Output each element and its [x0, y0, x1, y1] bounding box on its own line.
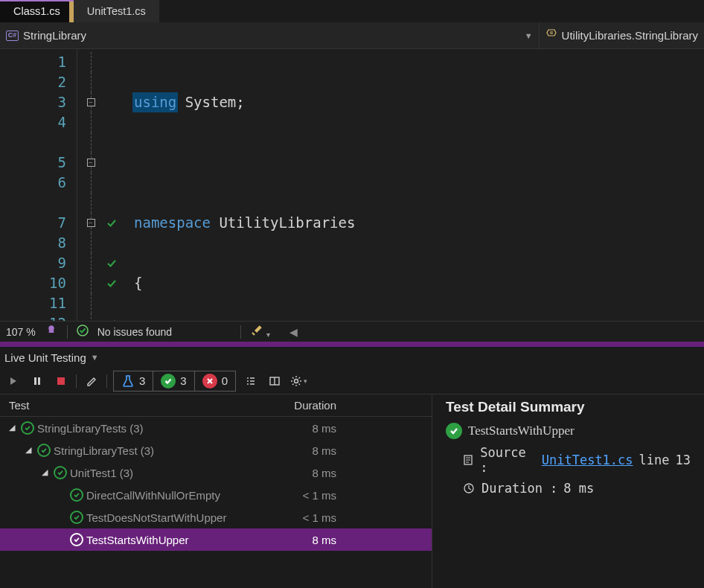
stop-button[interactable] — [52, 372, 70, 390]
list-view-button[interactable] — [242, 372, 260, 390]
expander-icon[interactable]: ◢ — [9, 423, 18, 432]
keyword: using — [134, 94, 176, 110]
counter-pass[interactable]: 3 — [153, 371, 194, 391]
line-number: 1 — [0, 52, 66, 72]
pass-icon — [161, 374, 176, 389]
test-detail-pane: Test Detail Summary TestStartsWithUpper … — [432, 394, 704, 588]
counter-total[interactable]: 3 — [114, 371, 153, 391]
csharp-icon: C# — [6, 31, 19, 41]
test-pass-mark — [104, 273, 134, 293]
line-number: 2 — [0, 72, 66, 92]
pass-icon — [446, 423, 462, 439]
test-name: DirectCallWithNullOrEmpty — [86, 489, 220, 502]
fold-toggle[interactable]: − — [87, 98, 95, 106]
tab-unittest1[interactable]: UnitTest1.cs — [74, 0, 159, 22]
fail-icon — [202, 374, 217, 389]
col-header-test[interactable]: Test — [9, 399, 269, 412]
divider — [240, 325, 241, 339]
line-number: 7 — [0, 213, 66, 233]
fold-toggle[interactable]: − — [87, 159, 95, 167]
test-duration: < 1 ms — [269, 511, 351, 524]
tree-row[interactable]: TestDoesNotStartWithUpper < 1 ms — [0, 506, 432, 528]
test-duration: 8 ms — [269, 444, 351, 457]
test-name: StringLibraryTest (3) — [54, 444, 154, 457]
code-editor[interactable]: 1 2 3 4 5 6 7 8 9 10 11 12 − − − — [0, 49, 704, 321]
divider — [106, 374, 107, 388]
tab-label: UnitTest1.cs — [87, 5, 146, 17]
lut-body: Test Duration ◢ StringLibraryTests (3) 8… — [0, 394, 704, 588]
keyword: namespace — [134, 214, 211, 231]
tree-row-selected[interactable]: TestStartsWithUpper 8 ms — [0, 528, 432, 551]
class-icon — [545, 28, 557, 42]
tree-row[interactable]: ◢ StringLibraryTests (3) 8 ms — [0, 417, 432, 439]
svg-point-5 — [294, 379, 298, 383]
detail-duration-row: Duration : 8 ms — [446, 481, 691, 496]
nav-right-dropdown[interactable]: UtilityLibraries.StringLibrary — [540, 22, 704, 48]
pause-button[interactable] — [28, 372, 46, 390]
editor-status-bar: 107 % No issues found ▾ ◀ — [0, 321, 704, 342]
zoom-level[interactable]: 107 % — [6, 326, 36, 338]
line-number: 3 — [0, 92, 66, 112]
line-number: 9 — [0, 253, 66, 273]
pass-icon — [21, 421, 34, 435]
svg-rect-1 — [34, 377, 36, 385]
line-number: 5 — [0, 153, 66, 173]
pass-icon — [70, 533, 83, 546]
expander-icon[interactable]: ◢ — [25, 445, 34, 455]
line-label: line — [639, 453, 670, 467]
test-name: TestDoesNotStartWithUpper — [86, 511, 226, 524]
line-number: 10 — [0, 273, 66, 293]
test-duration: < 1 ms — [269, 489, 351, 502]
check-icon — [77, 325, 89, 339]
layout-button[interactable] — [266, 372, 284, 390]
expander-icon[interactable]: ◢ — [42, 467, 51, 477]
tab-bar: Class1.cs UnitTest1.cs — [0, 0, 704, 22]
line-number-gutter: 1 2 3 4 5 6 7 8 9 10 11 12 — [0, 49, 77, 321]
duration-value: 8 ms — [563, 481, 594, 496]
clock-icon — [462, 482, 476, 495]
line-number — [0, 132, 66, 153]
lut-toolbar: 3 3 0 ▾ — [0, 368, 704, 394]
scroll-left-icon[interactable]: ◀ — [289, 326, 298, 338]
test-counters: 3 3 0 — [113, 371, 236, 392]
tree-row[interactable]: DirectCallWithNullOrEmpty < 1 ms — [0, 484, 432, 506]
chevron-down-icon: ▼ — [525, 31, 533, 40]
nav-right-text: UtilityLibraries.StringLibrary — [562, 29, 698, 42]
intellisense-icon[interactable] — [45, 324, 58, 339]
source-link[interactable]: UnitTest1.cs — [542, 453, 633, 467]
identifier: System — [185, 94, 237, 110]
test-duration: 8 ms — [269, 467, 351, 479]
counter-fail[interactable]: 0 — [195, 371, 235, 391]
chevron-down-icon[interactable]: ▼ — [91, 353, 99, 362]
panel-title-bar: Live Unit Testing ▼ — [0, 347, 704, 368]
nav-bar: C# StringLibrary ▼ UtilityLibraries.Stri… — [0, 22, 704, 49]
test-name: UnitTest1 (3) — [70, 467, 133, 479]
panel-splitter[interactable] — [0, 342, 704, 347]
nav-left-dropdown[interactable]: C# StringLibrary ▼ — [0, 22, 540, 48]
play-button[interactable] — [4, 372, 22, 390]
line-number: 4 — [0, 112, 66, 132]
brush-icon[interactable]: ▾ — [250, 324, 270, 339]
duration-label: Duration : — [481, 481, 557, 496]
col-header-duration[interactable]: Duration — [269, 399, 351, 412]
fold-toggle[interactable]: − — [87, 219, 95, 227]
pass-icon — [70, 488, 83, 502]
fold-gutter: − − − — [77, 49, 104, 321]
code-content[interactable]: using System; namespace UtilityLibraries… — [134, 49, 704, 321]
edit-button[interactable] — [83, 372, 100, 390]
divider — [76, 374, 77, 388]
detail-test-name-row: TestStartsWithUpper — [446, 423, 691, 439]
counter-value: 0 — [222, 374, 228, 387]
tree-row[interactable]: ◢ StringLibraryTest (3) 8 ms — [0, 439, 432, 461]
issues-text[interactable]: No issues found — [97, 326, 172, 338]
nav-left-text: StringLibrary — [23, 29, 86, 42]
settings-button[interactable]: ▾ — [289, 372, 307, 390]
detail-test-name: TestStartsWithUpper — [468, 424, 575, 438]
tree-row[interactable]: ◢ UnitTest1 (3) 8 ms — [0, 461, 432, 484]
detail-title: Test Detail Summary — [446, 399, 691, 415]
tab-class1[interactable]: Class1.cs — [0, 0, 74, 22]
panel-title: Live Unit Testing — [4, 351, 86, 364]
fold-row — [77, 52, 104, 72]
line-number: 11 — [0, 293, 66, 313]
counter-value: 3 — [180, 374, 186, 387]
